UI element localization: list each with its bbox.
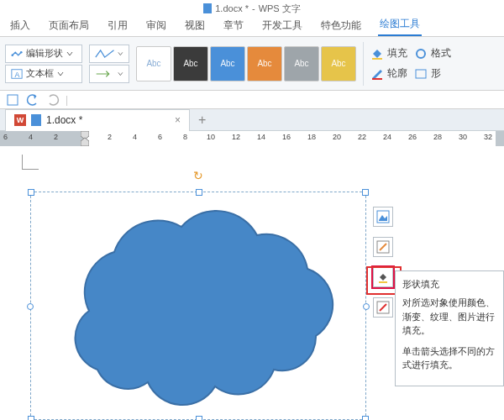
svg-rect-8 <box>8 95 18 105</box>
selection-frame: ↻ <box>30 192 366 420</box>
fill-label: 填充 <box>387 46 407 60</box>
tab-layout[interactable]: 页面布局 <box>47 15 91 36</box>
tab-view[interactable]: 视图 <box>183 15 207 36</box>
shape-line-group <box>89 45 129 83</box>
tab-devtools[interactable]: 开发工具 <box>260 15 304 36</box>
menu-tabs: 插入 页面布局 引用 审阅 视图 章节 开发工具 特色功能 绘图工具 <box>0 17 504 37</box>
style-swatch-orange[interactable]: Abc <box>247 46 282 81</box>
style-swatches: Abc Abc Abc Abc Abc Abc <box>136 46 356 81</box>
svg-rect-14 <box>379 281 387 283</box>
wps-app-icon: W <box>14 114 26 126</box>
style-swatch-gray[interactable]: Abc <box>284 46 319 81</box>
document-tab-name: 1.docx * <box>46 114 170 126</box>
text-box-icon: A <box>11 68 23 80</box>
save-icon[interactable] <box>5 93 20 107</box>
resize-handle[interactable] <box>196 189 202 196</box>
tooltip-body: 对所选对象使用颜色、渐变、纹理、图片进行填充。 <box>402 296 496 338</box>
quick-shape-fill-button[interactable] <box>373 267 393 287</box>
shape-arrow-button[interactable] <box>89 65 129 83</box>
style-swatch-blue[interactable]: Abc <box>210 46 245 81</box>
svg-text:A: A <box>14 70 19 78</box>
chevron-down-icon <box>66 50 73 57</box>
fill-outline-group: 填充 轮廓 <box>370 45 407 82</box>
tab-section[interactable]: 章节 <box>222 15 245 36</box>
style-swatch-black[interactable]: Abc <box>173 46 208 81</box>
title-bar: 1.docx * - WPS 文字 <box>0 0 504 17</box>
tab-reference[interactable]: 引用 <box>106 15 129 36</box>
gear-icon <box>414 48 428 60</box>
close-tab-icon[interactable]: × <box>175 114 181 126</box>
tab-drawing-tools[interactable]: 绘图工具 <box>378 13 422 36</box>
doc-icon <box>31 114 41 126</box>
svg-point-0 <box>11 54 13 56</box>
separator <box>363 42 364 86</box>
text-box-label: 文本框 <box>26 67 54 80</box>
ribbon: 编辑形状 A 文本框 Abc Abc Abc Abc Abc Abc 填充 <box>0 37 504 91</box>
resize-handle[interactable] <box>28 189 34 196</box>
outline-button[interactable]: 轮廓 <box>370 66 407 82</box>
format-label: 格式 <box>431 46 451 60</box>
rotate-handle-icon[interactable]: ↻ <box>193 169 203 182</box>
shape-effect-label: 形 <box>431 66 441 81</box>
style-swatch-yellow[interactable]: Abc <box>321 46 356 81</box>
paint-bucket-icon <box>376 270 390 284</box>
quick-toolbar: | <box>0 91 504 109</box>
indent-marker-icon[interactable] <box>81 131 89 146</box>
doc-icon <box>203 3 212 13</box>
quick-effects-button[interactable] <box>373 297 393 318</box>
tooltip-body: 单击箭头选择不同的方式进行填充。 <box>402 344 496 372</box>
resize-handle[interactable] <box>196 416 202 420</box>
shape-quickbar <box>373 207 393 318</box>
redo-icon[interactable] <box>45 93 60 107</box>
tab-feature[interactable]: 特色功能 <box>319 15 363 36</box>
text-box-button[interactable]: A 文本框 <box>5 65 82 83</box>
resize-handle[interactable] <box>363 303 370 310</box>
page-corner <box>22 155 39 170</box>
edit-shape-label: 编辑形状 <box>26 47 63 60</box>
tooltip: 形状填充 对所选对象使用颜色、渐变、纹理、图片进行填充。 单击箭头选择不同的方式… <box>395 270 504 386</box>
title-app: WPS 文字 <box>259 3 301 15</box>
horizontal-ruler[interactable]: 6 4 2 2 4 6 8 10 12 14 16 18 20 22 24 26… <box>0 131 504 146</box>
freeform-icon <box>95 48 114 60</box>
arrow-icon <box>95 68 114 80</box>
svg-rect-4 <box>372 58 382 60</box>
resize-handle[interactable] <box>362 189 369 196</box>
resize-handle[interactable] <box>28 416 34 420</box>
tab-review[interactable]: 审阅 <box>144 15 168 36</box>
add-tab-button[interactable]: + <box>198 113 206 128</box>
shape-icon <box>414 68 428 80</box>
document-canvas[interactable]: ↻ 形状填充 对所选对象使用颜色、渐变、纹理、图片进行填充。 单击箭头选择不同的… <box>0 146 504 420</box>
svg-point-1 <box>20 50 23 53</box>
outline-label: 轮廓 <box>387 66 407 81</box>
format-button[interactable]: 格式 <box>414 45 451 62</box>
shape-line-button[interactable] <box>89 45 129 63</box>
svg-marker-10 <box>81 138 89 146</box>
chevron-down-icon <box>57 71 64 77</box>
chevron-down-icon <box>118 50 123 57</box>
style-swatch-white[interactable]: Abc <box>136 46 171 81</box>
tab-insert[interactable]: 插入 <box>8 15 32 36</box>
svg-rect-5 <box>372 78 382 80</box>
edit-shape-button[interactable]: 编辑形状 <box>5 45 82 63</box>
fill-button[interactable]: 填充 <box>370 45 407 62</box>
pen-outline-icon <box>376 240 390 254</box>
pen-icon <box>370 68 384 80</box>
resize-handle[interactable] <box>362 416 369 420</box>
format-group: 格式 形 <box>414 45 451 82</box>
resize-handle[interactable] <box>27 303 34 310</box>
document-tab[interactable]: W 1.docx * × <box>5 109 190 131</box>
quick-outline-button[interactable] <box>373 237 393 257</box>
chevron-down-icon <box>118 71 123 77</box>
svg-rect-7 <box>416 70 426 78</box>
edit-shape-icon <box>11 48 23 60</box>
document-tabs: W 1.docx * × + <box>0 109 504 131</box>
picture-icon <box>376 210 390 223</box>
shape-edit-group: 编辑形状 A 文本框 <box>5 45 82 83</box>
effects-icon <box>376 301 390 314</box>
quick-style-button[interactable] <box>373 207 393 227</box>
paint-bucket-icon <box>370 48 384 60</box>
undo-icon[interactable] <box>25 93 40 107</box>
svg-marker-12 <box>379 215 387 221</box>
shape-effect-button[interactable]: 形 <box>414 66 451 82</box>
tooltip-title: 形状填充 <box>402 278 496 291</box>
